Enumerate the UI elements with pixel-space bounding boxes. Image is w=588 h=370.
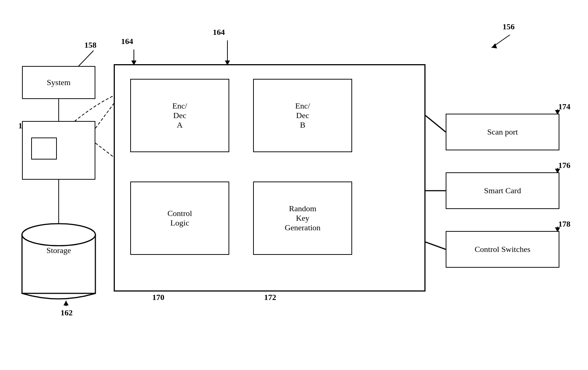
- control-switches-label: Control Switches: [475, 245, 530, 254]
- control-logic-box: Control Logic: [130, 182, 229, 255]
- svg-point-32: [22, 224, 95, 246]
- svg-line-0: [95, 103, 114, 128]
- ref-174: 174: [558, 102, 570, 111]
- ref-162: 162: [61, 308, 73, 318]
- ref-164b: 164: [213, 28, 225, 37]
- svg-marker-8: [492, 43, 497, 48]
- svg-line-4: [426, 116, 446, 132]
- storage-cylinder: [20, 220, 97, 301]
- ref-156: 156: [503, 22, 515, 32]
- svg-marker-30: [63, 301, 69, 305]
- control-switches-box: Control Switches: [446, 231, 559, 268]
- ref-158: 158: [84, 40, 96, 50]
- enc-dec-b-label: Enc/ Dec B: [295, 101, 310, 130]
- random-key-box: Random Key Generation: [253, 182, 352, 255]
- control-logic-label: Control Logic: [167, 209, 192, 228]
- svg-line-7: [492, 35, 510, 48]
- enc-dec-a-label: Enc/ Dec A: [172, 101, 187, 130]
- ref-178: 178: [558, 219, 570, 229]
- svg-line-6: [426, 242, 446, 249]
- smart-card-label: Smart Card: [484, 186, 521, 195]
- system-box: System: [22, 66, 95, 99]
- enc-dec-b-box: Enc/ Dec B: [253, 79, 352, 152]
- ref-176: 176: [558, 161, 570, 170]
- device-inner-box: [31, 138, 57, 160]
- ref-164a: 164: [121, 37, 133, 46]
- scan-port-label: Scan port: [487, 127, 518, 137]
- storage-label: Storage: [20, 246, 97, 255]
- ref-170: 170: [152, 293, 164, 302]
- diagram-container: 156 158 160 162 164 164 166 168 170 172 …: [0, 0, 588, 370]
- random-key-label: Random Key Generation: [285, 204, 321, 232]
- system-label: System: [47, 78, 71, 87]
- scan-port-box: Scan port: [446, 114, 559, 150]
- ref-172: 172: [264, 293, 276, 302]
- smart-card-box: Smart Card: [446, 172, 559, 209]
- svg-line-1: [95, 143, 114, 158]
- enc-dec-a-box: Enc/ Dec A: [130, 79, 229, 152]
